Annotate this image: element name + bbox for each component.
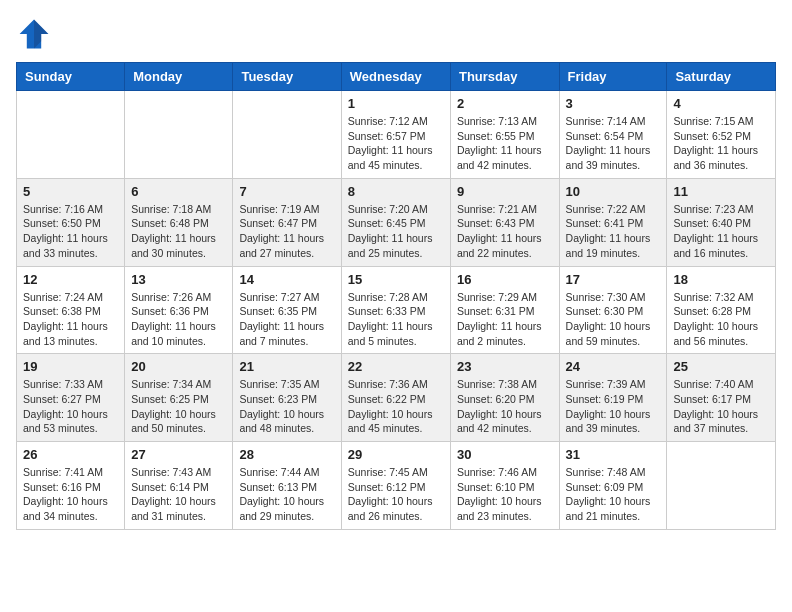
day-number: 31 [566, 447, 661, 462]
weekday-header-sunday: Sunday [17, 63, 125, 91]
day-number: 13 [131, 272, 226, 287]
logo-icon [16, 16, 52, 52]
calendar-cell: 26Sunrise: 7:41 AM Sunset: 6:16 PM Dayli… [17, 442, 125, 530]
day-number: 16 [457, 272, 553, 287]
day-number: 5 [23, 184, 118, 199]
calendar-cell: 23Sunrise: 7:38 AM Sunset: 6:20 PM Dayli… [450, 354, 559, 442]
day-number: 6 [131, 184, 226, 199]
calendar-cell [233, 91, 341, 179]
day-number: 14 [239, 272, 334, 287]
day-info: Sunrise: 7:32 AM Sunset: 6:28 PM Dayligh… [673, 290, 769, 349]
day-number: 15 [348, 272, 444, 287]
day-info: Sunrise: 7:39 AM Sunset: 6:19 PM Dayligh… [566, 377, 661, 436]
day-info: Sunrise: 7:23 AM Sunset: 6:40 PM Dayligh… [673, 202, 769, 261]
day-info: Sunrise: 7:44 AM Sunset: 6:13 PM Dayligh… [239, 465, 334, 524]
day-number: 29 [348, 447, 444, 462]
calendar-cell: 2Sunrise: 7:13 AM Sunset: 6:55 PM Daylig… [450, 91, 559, 179]
calendar-cell: 8Sunrise: 7:20 AM Sunset: 6:45 PM Daylig… [341, 178, 450, 266]
calendar-cell: 17Sunrise: 7:30 AM Sunset: 6:30 PM Dayli… [559, 266, 667, 354]
day-info: Sunrise: 7:14 AM Sunset: 6:54 PM Dayligh… [566, 114, 661, 173]
calendar-cell: 21Sunrise: 7:35 AM Sunset: 6:23 PM Dayli… [233, 354, 341, 442]
day-info: Sunrise: 7:29 AM Sunset: 6:31 PM Dayligh… [457, 290, 553, 349]
calendar-cell: 14Sunrise: 7:27 AM Sunset: 6:35 PM Dayli… [233, 266, 341, 354]
day-info: Sunrise: 7:27 AM Sunset: 6:35 PM Dayligh… [239, 290, 334, 349]
day-info: Sunrise: 7:18 AM Sunset: 6:48 PM Dayligh… [131, 202, 226, 261]
calendar-cell: 18Sunrise: 7:32 AM Sunset: 6:28 PM Dayli… [667, 266, 776, 354]
day-info: Sunrise: 7:28 AM Sunset: 6:33 PM Dayligh… [348, 290, 444, 349]
day-info: Sunrise: 7:19 AM Sunset: 6:47 PM Dayligh… [239, 202, 334, 261]
calendar-cell: 11Sunrise: 7:23 AM Sunset: 6:40 PM Dayli… [667, 178, 776, 266]
day-info: Sunrise: 7:34 AM Sunset: 6:25 PM Dayligh… [131, 377, 226, 436]
day-info: Sunrise: 7:20 AM Sunset: 6:45 PM Dayligh… [348, 202, 444, 261]
day-number: 21 [239, 359, 334, 374]
day-info: Sunrise: 7:48 AM Sunset: 6:09 PM Dayligh… [566, 465, 661, 524]
calendar-cell: 24Sunrise: 7:39 AM Sunset: 6:19 PM Dayli… [559, 354, 667, 442]
weekday-header-friday: Friday [559, 63, 667, 91]
day-number: 8 [348, 184, 444, 199]
day-info: Sunrise: 7:36 AM Sunset: 6:22 PM Dayligh… [348, 377, 444, 436]
day-number: 18 [673, 272, 769, 287]
day-info: Sunrise: 7:22 AM Sunset: 6:41 PM Dayligh… [566, 202, 661, 261]
calendar-cell: 4Sunrise: 7:15 AM Sunset: 6:52 PM Daylig… [667, 91, 776, 179]
day-number: 20 [131, 359, 226, 374]
day-info: Sunrise: 7:16 AM Sunset: 6:50 PM Dayligh… [23, 202, 118, 261]
day-info: Sunrise: 7:43 AM Sunset: 6:14 PM Dayligh… [131, 465, 226, 524]
calendar-cell: 16Sunrise: 7:29 AM Sunset: 6:31 PM Dayli… [450, 266, 559, 354]
calendar-cell: 6Sunrise: 7:18 AM Sunset: 6:48 PM Daylig… [125, 178, 233, 266]
calendar-cell: 9Sunrise: 7:21 AM Sunset: 6:43 PM Daylig… [450, 178, 559, 266]
calendar-cell: 5Sunrise: 7:16 AM Sunset: 6:50 PM Daylig… [17, 178, 125, 266]
day-number: 24 [566, 359, 661, 374]
day-info: Sunrise: 7:33 AM Sunset: 6:27 PM Dayligh… [23, 377, 118, 436]
day-info: Sunrise: 7:30 AM Sunset: 6:30 PM Dayligh… [566, 290, 661, 349]
calendar-cell: 31Sunrise: 7:48 AM Sunset: 6:09 PM Dayli… [559, 442, 667, 530]
day-info: Sunrise: 7:15 AM Sunset: 6:52 PM Dayligh… [673, 114, 769, 173]
day-number: 27 [131, 447, 226, 462]
page-header [16, 16, 776, 52]
day-number: 28 [239, 447, 334, 462]
day-number: 23 [457, 359, 553, 374]
calendar-cell: 7Sunrise: 7:19 AM Sunset: 6:47 PM Daylig… [233, 178, 341, 266]
day-number: 19 [23, 359, 118, 374]
weekday-header-saturday: Saturday [667, 63, 776, 91]
day-info: Sunrise: 7:41 AM Sunset: 6:16 PM Dayligh… [23, 465, 118, 524]
day-number: 30 [457, 447, 553, 462]
day-number: 4 [673, 96, 769, 111]
day-number: 7 [239, 184, 334, 199]
calendar-cell: 20Sunrise: 7:34 AM Sunset: 6:25 PM Dayli… [125, 354, 233, 442]
weekday-header-wednesday: Wednesday [341, 63, 450, 91]
day-number: 9 [457, 184, 553, 199]
day-number: 11 [673, 184, 769, 199]
day-info: Sunrise: 7:21 AM Sunset: 6:43 PM Dayligh… [457, 202, 553, 261]
weekday-header-monday: Monday [125, 63, 233, 91]
day-info: Sunrise: 7:35 AM Sunset: 6:23 PM Dayligh… [239, 377, 334, 436]
calendar-cell: 29Sunrise: 7:45 AM Sunset: 6:12 PM Dayli… [341, 442, 450, 530]
day-info: Sunrise: 7:24 AM Sunset: 6:38 PM Dayligh… [23, 290, 118, 349]
day-number: 12 [23, 272, 118, 287]
day-info: Sunrise: 7:13 AM Sunset: 6:55 PM Dayligh… [457, 114, 553, 173]
calendar-header-row: SundayMondayTuesdayWednesdayThursdayFrid… [17, 63, 776, 91]
calendar-cell: 30Sunrise: 7:46 AM Sunset: 6:10 PM Dayli… [450, 442, 559, 530]
calendar-cell [667, 442, 776, 530]
day-info: Sunrise: 7:38 AM Sunset: 6:20 PM Dayligh… [457, 377, 553, 436]
calendar-cell: 19Sunrise: 7:33 AM Sunset: 6:27 PM Dayli… [17, 354, 125, 442]
day-number: 25 [673, 359, 769, 374]
day-info: Sunrise: 7:46 AM Sunset: 6:10 PM Dayligh… [457, 465, 553, 524]
weekday-header-tuesday: Tuesday [233, 63, 341, 91]
calendar-week-row: 5Sunrise: 7:16 AM Sunset: 6:50 PM Daylig… [17, 178, 776, 266]
calendar-cell: 12Sunrise: 7:24 AM Sunset: 6:38 PM Dayli… [17, 266, 125, 354]
calendar-table: SundayMondayTuesdayWednesdayThursdayFrid… [16, 62, 776, 530]
day-info: Sunrise: 7:12 AM Sunset: 6:57 PM Dayligh… [348, 114, 444, 173]
calendar-week-row: 19Sunrise: 7:33 AM Sunset: 6:27 PM Dayli… [17, 354, 776, 442]
day-info: Sunrise: 7:40 AM Sunset: 6:17 PM Dayligh… [673, 377, 769, 436]
calendar-cell: 28Sunrise: 7:44 AM Sunset: 6:13 PM Dayli… [233, 442, 341, 530]
calendar-cell: 25Sunrise: 7:40 AM Sunset: 6:17 PM Dayli… [667, 354, 776, 442]
day-number: 26 [23, 447, 118, 462]
calendar-cell: 22Sunrise: 7:36 AM Sunset: 6:22 PM Dayli… [341, 354, 450, 442]
day-info: Sunrise: 7:45 AM Sunset: 6:12 PM Dayligh… [348, 465, 444, 524]
day-number: 10 [566, 184, 661, 199]
calendar-week-row: 26Sunrise: 7:41 AM Sunset: 6:16 PM Dayli… [17, 442, 776, 530]
day-number: 1 [348, 96, 444, 111]
calendar-cell: 10Sunrise: 7:22 AM Sunset: 6:41 PM Dayli… [559, 178, 667, 266]
calendar-week-row: 1Sunrise: 7:12 AM Sunset: 6:57 PM Daylig… [17, 91, 776, 179]
calendar-cell [17, 91, 125, 179]
